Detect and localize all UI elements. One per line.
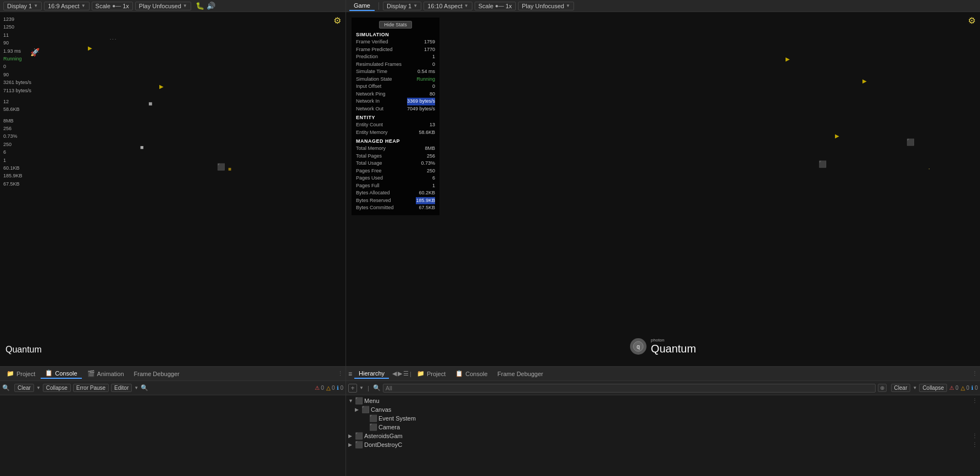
left-aspect-label: 16:9 Aspect — [48, 3, 80, 9]
tab-console-left[interactable]: 📋 Console — [41, 368, 81, 379]
left-display-chevron: ▼ — [34, 3, 38, 8]
hierarchy-search-extra-btn[interactable]: ⊕ — [878, 384, 887, 392]
left-display-dropdown[interactable]: Display 1 ▼ — [3, 2, 42, 10]
right-cube-2: ⬛ — [906, 138, 915, 146]
right-warn-badge: △ 0 — [961, 385, 970, 391]
right-display-dropdown[interactable]: Display 1 ▼ — [383, 2, 421, 10]
tab-project-right[interactable]: 📁 Project — [413, 369, 450, 378]
stats-tm-val: 8MB — [425, 145, 435, 153]
right-clear-chevron[interactable]: ▼ — [912, 385, 917, 390]
right-scale-dropdown[interactable]: Scale ●— 1x — [475, 2, 516, 10]
right-aspect-dropdown[interactable]: 16:10 Aspect ▼ — [424, 2, 472, 10]
hierarchy-forward-icon[interactable]: ▶ — [398, 370, 402, 377]
stats-fv-key: Frame Verified — [356, 38, 388, 46]
right-clear-btn[interactable]: Clear — [891, 384, 911, 392]
tab-console-right[interactable]: 📋 Console — [451, 369, 492, 378]
tab-hierarchy-right[interactable]: Hierarchy — [354, 369, 389, 379]
hierarchy-search-input[interactable] — [383, 384, 876, 393]
left-filter-search-icon[interactable]: 🔍 — [141, 384, 148, 391]
quantum-text-group: photon Quantum — [651, 338, 696, 355]
stats-bytes-committed: Bytes Committed 67.5KB — [356, 204, 435, 212]
tab-animation-left[interactable]: 🎬 Animation — [83, 369, 129, 378]
menu-arrow: ▼ — [348, 398, 354, 404]
left-play-chevron: ▼ — [183, 3, 187, 8]
right-search-icon[interactable]: 🔍 — [373, 384, 381, 391]
left-stat-1: 1 — [3, 156, 31, 164]
hierarchy-back-icon[interactable]: ◀ — [392, 370, 397, 377]
left-stat-6: 6 — [3, 148, 31, 156]
dd-cube-icon: ⬛ — [355, 441, 363, 449]
dd-dots[interactable]: ⋮ — [972, 441, 978, 449]
stats-entity-count: Entity Count 13 — [356, 121, 435, 129]
animation-tab-label: Animation — [97, 371, 124, 377]
svg-text:q: q — [637, 344, 640, 350]
left-stat-ms: 1.93 ms — [3, 47, 31, 55]
left-aspect-chevron: ▼ — [81, 3, 86, 8]
right-error-count: 0 — [955, 385, 959, 391]
game-obj-tri1: ▶ — [88, 45, 92, 51]
right-bottom-menu-icon[interactable]: ⋮ — [972, 370, 978, 377]
stats-ba-val: 60.2KB — [419, 189, 435, 197]
stats-tu-key: Total Usage — [356, 160, 382, 167]
right-game-tab[interactable]: Game — [349, 1, 375, 11]
ast-dots[interactable]: ⋮ — [972, 433, 978, 440]
stats-fv-val: 1759 — [424, 38, 435, 46]
menu-dots[interactable]: ⋮ — [972, 397, 978, 405]
cam-cube-icon: ⬛ — [369, 423, 377, 431]
stats-net-out: Network Out 7049 bytes/s — [356, 105, 435, 113]
stats-title-row: Hide Stats — [356, 21, 435, 29]
stats-ni-val: 3369 bytes/s — [407, 98, 435, 105]
left-stat-256: 256 — [3, 125, 31, 132]
left-editor-chevron[interactable]: ▼ — [134, 385, 138, 390]
hierarchy-item-event-system[interactable]: ▶ ⬛ Event System — [346, 414, 980, 423]
left-game-toolbar: Display 1 ▼ 16:9 Aspect ▼ Scale ●— 1x Pl… — [0, 0, 346, 12]
stats-tp-val: 256 — [427, 153, 435, 160]
left-collapse-btn[interactable]: Collapse — [43, 384, 71, 392]
right-gear-icon[interactable]: ⚙ — [968, 15, 976, 26]
hierarchy-item-asteroids[interactable]: ▶ ⬛ AsteroidsGam ⋮ — [346, 432, 980, 440]
left-gear-icon[interactable]: ⚙ — [333, 15, 341, 26]
hierarchy-item-camera[interactable]: ▶ ⬛ Camera — [346, 423, 980, 432]
menu-cube-icon: ⬛ — [355, 397, 363, 405]
left-clear-chevron[interactable]: ▼ — [36, 385, 41, 390]
left-bottom-menu-icon[interactable]: ⋮ — [337, 370, 343, 377]
hide-stats-btn[interactable]: Hide Stats — [379, 21, 412, 29]
project-tab-right-label: Project — [427, 371, 446, 377]
quantum-svg: q — [633, 341, 644, 352]
left-bug-icon: 🐛 — [196, 2, 204, 10]
ast-label: AsteroidsGam — [364, 433, 403, 439]
left-play-dropdown[interactable]: Play Unfocused ▼ — [135, 2, 191, 10]
left-stat-8mb: 8MB — [3, 117, 31, 125]
tab-frame-debugger-right[interactable]: Frame Debugger — [493, 369, 548, 378]
stats-em-val: 58.6KB — [419, 129, 435, 137]
left-stat-11: 11 — [3, 31, 31, 39]
left-audio-icon[interactable]: 🔊 — [207, 2, 215, 10]
toolbar-sep-1 — [378, 2, 379, 10]
hierarchy-item-dontdestroy[interactable]: ▶ ⬛ DontDestroyC ⋮ — [346, 440, 980, 449]
tab-project-left[interactable]: 📁 Project — [2, 369, 40, 378]
stats-managed-heap-title: MANAGED HEAP — [356, 138, 435, 144]
hierarchy-add-chevron[interactable]: ▼ — [359, 385, 364, 390]
hierarchy-add-btn[interactable]: + — [348, 384, 357, 393]
right-play-dropdown[interactable]: Play Unfocused ▼ — [518, 2, 574, 10]
hierarchy-item-canvas[interactable]: ▶ ⬛ Canvas — [346, 405, 980, 414]
right-display-label: Display 1 — [387, 3, 411, 9]
left-scale-dropdown[interactable]: Scale ●— 1x — [92, 2, 133, 10]
bottom-left-toolbar: 📁 Project 📋 Console 🎬 Animation Frame De… — [0, 367, 346, 381]
right-game-toolbar: Game Display 1 ▼ 16:10 Aspect ▼ Scale ●—… — [346, 0, 980, 12]
left-stat-675kb: 67.5KB — [3, 180, 31, 188]
left-clear-btn[interactable]: Clear — [14, 384, 34, 392]
game-obj-cube1: ■ — [148, 100, 152, 108]
right-obj-4: · — [928, 166, 930, 172]
hierarchy-item-menu[interactable]: ▼ ⬛ Menu ⋮ — [346, 396, 980, 405]
left-aspect-dropdown[interactable]: 16:9 Aspect ▼ — [44, 2, 89, 10]
left-error-pause-btn[interactable]: Error Pause — [73, 384, 109, 392]
right-collapse-btn[interactable]: Collapse — [919, 384, 947, 392]
tab-frame-debugger-left[interactable]: Frame Debugger — [130, 369, 184, 378]
right-obj-1: ▶ — [786, 56, 790, 62]
stats-pfl-val: 1 — [432, 182, 435, 190]
left-editor-btn[interactable]: Editor — [111, 384, 132, 392]
hierarchy-list-icon[interactable]: ☰ — [403, 370, 409, 377]
stats-pred-key: Prediction — [356, 53, 378, 61]
stats-input-offset: Input Offset 0 — [356, 83, 435, 91]
